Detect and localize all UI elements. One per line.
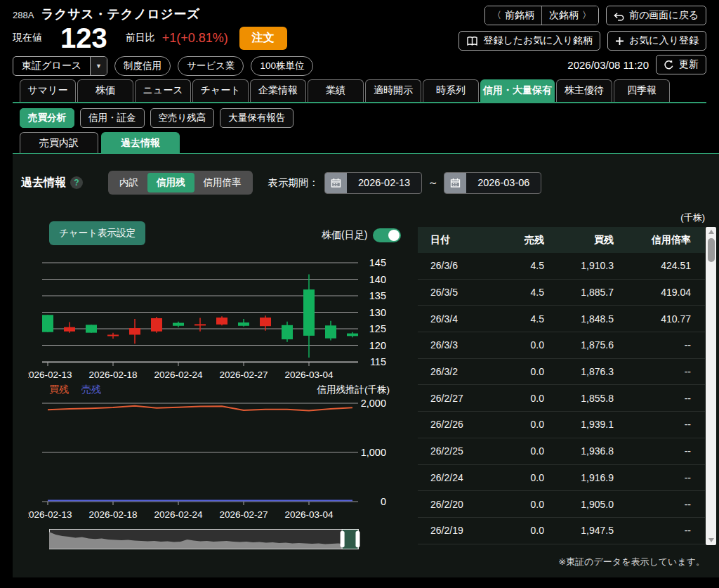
table-cell: 1,910.3 xyxy=(544,260,614,271)
svg-text:125: 125 xyxy=(369,323,386,334)
scrollbar-down-arrow[interactable] xyxy=(708,538,714,542)
table-header-row: 日付売残買残信用倍率 xyxy=(418,227,705,253)
stock-badge: サービス業 xyxy=(178,56,244,76)
table-row: 26/2/260.01,939.1-- xyxy=(418,412,705,438)
table-cell: 26/2/26 xyxy=(418,419,495,430)
refresh-row: 2026/03/08 11:20 更新 xyxy=(567,55,706,74)
main-tab-7[interactable]: 時系列 xyxy=(423,79,479,102)
main-tab-5[interactable]: 業績 xyxy=(308,79,364,102)
table-cell: 0.0 xyxy=(495,393,544,404)
scrollbar-up-arrow[interactable] xyxy=(708,230,714,234)
main-tab-0[interactable]: サマリー xyxy=(20,79,76,102)
favorites-add-button[interactable]: お気に入り登録 xyxy=(607,31,706,51)
table-cell: -- xyxy=(614,445,705,457)
calendar-icon[interactable] xyxy=(444,173,466,193)
table-row: 26/2/250.01,936.8-- xyxy=(418,438,705,465)
prev-stock-button[interactable]: 〈 前銘柄 xyxy=(485,6,541,25)
main-tab-8[interactable]: 信用・大量保有 xyxy=(480,79,555,102)
svg-text:135: 135 xyxy=(369,290,386,301)
book-icon xyxy=(466,36,478,46)
inner-tab-0[interactable]: 売買内訳 xyxy=(20,132,98,154)
table-cell: 26/3/6 xyxy=(418,260,495,271)
svg-text:2026-02-24: 2026-02-24 xyxy=(154,509,203,520)
svg-text:145: 145 xyxy=(369,257,386,268)
date-to-group: 2026-03-06 xyxy=(444,172,541,194)
main-tab-10[interactable]: 四季報 xyxy=(614,79,670,102)
main-tab-1[interactable]: 株価 xyxy=(77,79,133,102)
main-tab-6[interactable]: 適時開示 xyxy=(365,79,421,102)
svg-text:2026-02-13: 2026-02-13 xyxy=(28,509,72,520)
table-row: 26/2/190.01,947.5-- xyxy=(418,518,705,544)
table-cell: 1,936.8 xyxy=(544,445,614,457)
segment-2[interactable]: 信用倍率 xyxy=(194,173,251,192)
svg-text:120: 120 xyxy=(369,340,386,351)
table-cell: -- xyxy=(614,393,705,404)
scrollbar-thumb[interactable] xyxy=(708,238,715,262)
market-select-value: 東証グロース xyxy=(13,60,90,72)
svg-text:2,000: 2,000 xyxy=(361,398,386,409)
svg-text:2026-02-27: 2026-02-27 xyxy=(219,509,268,520)
table-cell: 0.0 xyxy=(495,445,544,457)
chevron-left-icon: 〈 xyxy=(492,9,501,22)
main-tab-9[interactable]: 株主優待 xyxy=(556,79,612,102)
main-tab-2[interactable]: ニュース xyxy=(135,79,191,102)
table-cell: 26/2/27 xyxy=(418,393,495,404)
main-tab-4[interactable]: 企業情報 xyxy=(250,79,306,102)
refresh-button[interactable]: 更新 xyxy=(656,55,706,74)
svg-text:2026-03-04: 2026-03-04 xyxy=(284,370,334,380)
date-from-group: 2026-02-13 xyxy=(324,172,422,194)
segment-0[interactable]: 内訳 xyxy=(110,173,147,192)
table-cell: 26/3/2 xyxy=(418,366,495,377)
range-minimap[interactable] xyxy=(28,528,390,553)
stock-detail-page: 288A ラクサス・テクノロジーズ 〈 前銘柄 次銘柄 〉 前の画面に戻る 現在… xyxy=(0,0,719,588)
view-mode-segmented-control: 内訳信用残信用倍率 xyxy=(108,171,253,195)
past-info-panel: 過去情報 ? 内訳信用残信用倍率 表示期間： 2026-02-13 ～ 2026… xyxy=(13,153,719,577)
stock-badge: 100株単位 xyxy=(251,56,313,76)
table-header-cell: 信用倍率 xyxy=(614,234,705,247)
back-button[interactable]: 前の画面に戻る xyxy=(606,6,706,25)
table-cell: 26/2/24 xyxy=(418,472,495,483)
period-label: 表示期間： xyxy=(268,176,319,190)
table-scrollbar[interactable] xyxy=(706,227,716,545)
sub-tab-0[interactable]: 売買分析 xyxy=(20,108,74,128)
inner-tab-1[interactable]: 過去情報 xyxy=(101,132,180,154)
data-source-footnote: ※東証のデータを表示しています。 xyxy=(418,556,705,568)
table-cell: 1,876.3 xyxy=(544,366,614,377)
table-cell: 26/2/25 xyxy=(418,445,495,457)
stock-identity: 288A ラクサス・テクノロジーズ xyxy=(13,6,200,22)
table-cell: -- xyxy=(614,339,705,351)
price-toggle-switch[interactable] xyxy=(373,228,401,242)
svg-text:1,000: 1,000 xyxy=(361,447,386,458)
svg-text:2026-02-18: 2026-02-18 xyxy=(88,370,137,380)
chart-settings-button[interactable]: チャート表示設定 xyxy=(49,221,145,245)
market-select[interactable]: 東証グロース ▼ xyxy=(13,56,107,76)
change-label: 前日比 xyxy=(126,32,155,44)
sub-tab-2[interactable]: 空売り残高 xyxy=(150,108,215,128)
svg-text:2026-02-24: 2026-02-24 xyxy=(154,370,203,380)
date-from-input[interactable]: 2026-02-13 xyxy=(347,173,421,193)
table-cell: 1,947.5 xyxy=(544,525,614,536)
order-button[interactable]: 注文 xyxy=(239,27,287,50)
analysis-sub-tab-bar: 売買分析信用・証金空売り残高大量保有報告 xyxy=(13,108,293,128)
table-row: 26/2/270.01,855.8-- xyxy=(418,385,705,412)
help-icon[interactable]: ? xyxy=(70,176,83,189)
table-unit-label: (千株) xyxy=(418,211,705,224)
favorites-list-button[interactable]: 登録したお気に入り銘柄 xyxy=(459,31,600,51)
segment-1[interactable]: 信用残 xyxy=(147,173,194,192)
main-tab-3[interactable]: チャート xyxy=(192,79,249,102)
table-row: 26/2/240.01,916.9-- xyxy=(418,465,705,492)
svg-text:140: 140 xyxy=(369,274,386,285)
sub-tab-1[interactable]: 信用・証金 xyxy=(80,108,145,128)
prev-next-group: 〈 前銘柄 次銘柄 〉 xyxy=(484,6,599,25)
table-cell: 0.0 xyxy=(495,472,544,483)
table-cell: -- xyxy=(614,472,705,483)
calendar-icon[interactable] xyxy=(325,173,347,193)
last-updated-time: 2026/03/08 11:20 xyxy=(567,59,649,71)
chevron-right-icon: 〉 xyxy=(582,9,591,22)
tilde: ～ xyxy=(428,176,438,190)
svg-text:2026-02-27: 2026-02-27 xyxy=(219,370,268,380)
next-stock-button[interactable]: 次銘柄 〉 xyxy=(541,6,598,25)
sub-tab-3[interactable]: 大量保有報告 xyxy=(220,108,293,128)
date-to-input[interactable]: 2026-03-06 xyxy=(466,173,541,193)
table-cell: 1,885.7 xyxy=(544,287,614,298)
